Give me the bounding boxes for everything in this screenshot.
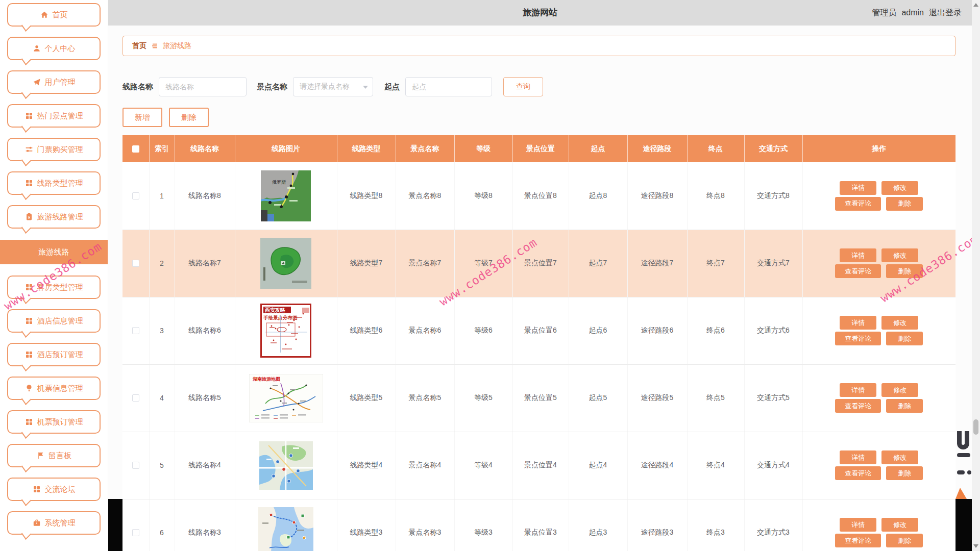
- route-image[interactable]: 湖南旅游地图: [249, 374, 323, 422]
- cell-via: 途径路段8: [627, 162, 687, 230]
- column-header: 操作: [802, 135, 955, 162]
- edit-button[interactable]: 修改: [881, 316, 918, 330]
- row-checkbox[interactable]: [132, 529, 139, 536]
- sidebar-item-flight-info[interactable]: 机票信息管理: [7, 377, 101, 400]
- row-checkbox[interactable]: [132, 462, 139, 469]
- sidebar-item-travel-route-management[interactable]: 旅游线路管理: [7, 205, 101, 229]
- route-image[interactable]: [259, 441, 313, 490]
- edit-button[interactable]: 修改: [881, 181, 918, 195]
- cell-index: 1: [149, 162, 175, 230]
- row-checkbox[interactable]: [132, 394, 139, 402]
- cell-route-name: 线路名称6: [175, 297, 235, 364]
- sidebar-item-forum[interactable]: 交流论坛: [7, 478, 101, 501]
- cell-route-type: 线路类型7: [337, 230, 396, 297]
- detail-button[interactable]: 详情: [840, 316, 876, 330]
- breadcrumb-current: 旅游线路: [163, 41, 191, 51]
- breadcrumb-home[interactable]: 首页: [132, 41, 146, 51]
- cell-route-type: 线路类型5: [337, 364, 396, 432]
- comments-button[interactable]: 查看评论: [835, 332, 881, 345]
- delete-row-button[interactable]: 删除: [886, 332, 923, 345]
- comments-button[interactable]: 查看评论: [835, 197, 881, 211]
- cell-spot-location: 景点位置6: [512, 297, 569, 364]
- cell-end: 终点4: [687, 432, 744, 499]
- delete-row-button[interactable]: 删除: [886, 197, 923, 211]
- select-all-checkbox[interactable]: [132, 145, 139, 153]
- sidebar-item-label: 留言板: [48, 451, 71, 461]
- detail-button[interactable]: 详情: [840, 450, 876, 464]
- row-checkbox[interactable]: [132, 327, 139, 334]
- column-header: 景点位置: [512, 135, 569, 162]
- clipped-dark-banner-right: [955, 499, 972, 551]
- sidebar-item-user-management[interactable]: 用户管理: [7, 70, 101, 94]
- start-input[interactable]: [405, 77, 492, 96]
- delete-row-button[interactable]: 删除: [886, 399, 923, 413]
- clipped-graphic-right: [955, 408, 972, 551]
- sidebar-item-system-management[interactable]: 系统管理: [7, 511, 101, 535]
- delete-row-button[interactable]: 删除: [886, 466, 923, 480]
- send-icon: [33, 78, 41, 86]
- sidebar-item-message-board[interactable]: 留言板: [7, 444, 101, 467]
- comments-button[interactable]: 查看评论: [835, 534, 881, 547]
- cell-spot-location: 景点位置7: [512, 230, 569, 297]
- row-checkbox[interactable]: [132, 192, 139, 199]
- sidebar-item-flight-booking[interactable]: 机票预订管理: [7, 410, 101, 434]
- cell-start: 起点3: [569, 499, 627, 551]
- delete-row-button[interactable]: 删除: [886, 264, 923, 278]
- comments-button[interactable]: 查看评论: [835, 264, 881, 278]
- logout-link[interactable]: 退出登录: [929, 0, 962, 26]
- detail-button[interactable]: 详情: [840, 181, 876, 195]
- cell-route-name: 线路名称5: [175, 364, 235, 432]
- route-name-input[interactable]: [159, 77, 247, 96]
- sidebar-item-label: 机票预订管理: [37, 417, 83, 427]
- cell-transport: 交通方式3: [744, 499, 802, 551]
- vertical-scrollbar[interactable]: [972, 0, 980, 551]
- cell-grade: 等级8: [454, 162, 512, 230]
- comments-button[interactable]: 查看评论: [835, 399, 881, 413]
- detail-button[interactable]: 详情: [840, 518, 876, 532]
- cell-transport: 交通方式5: [744, 364, 802, 432]
- table-row: 5 线路名称4: [122, 432, 955, 499]
- sidebar-item-hotel-info[interactable]: 酒店信息管理: [7, 309, 101, 333]
- search-button[interactable]: 查询: [503, 77, 543, 96]
- sliders-icon: [25, 145, 33, 154]
- cell-grade: 等级7: [454, 230, 512, 297]
- sidebar-item-hotel-booking[interactable]: 酒店预订管理: [7, 343, 101, 366]
- detail-button[interactable]: 详情: [840, 248, 876, 262]
- topbar: 旅游网站 管理员 admin 退出登录: [108, 0, 972, 26]
- sidebar-item-hot-spots[interactable]: 热门景点管理: [7, 104, 101, 128]
- sidebar-item-home[interactable]: 首页: [7, 3, 101, 27]
- sidebar-item-label: 交流论坛: [45, 485, 76, 494]
- cell-index: 3: [149, 297, 175, 364]
- column-header: 等级: [454, 135, 512, 162]
- route-image[interactable]: [258, 507, 313, 551]
- flag-icon: [36, 452, 44, 460]
- route-image[interactable]: [260, 238, 311, 289]
- sidebar-item-label: 热门景点管理: [37, 111, 83, 121]
- cell-index: 6: [149, 499, 175, 551]
- cell-transport: 交通方式6: [744, 297, 802, 364]
- breadcrumb-separator-icon: [151, 42, 158, 49]
- sidebar-item-ticket-purchase[interactable]: 门票购买管理: [7, 138, 101, 161]
- sidebar-item-room-type[interactable]: 客房类型管理: [7, 276, 101, 299]
- spot-name-select[interactable]: 请选择景点名称: [293, 77, 373, 96]
- sidebar-item-travel-route-active[interactable]: 旅游线路: [0, 240, 108, 264]
- route-image[interactable]: 西安攻略 手绘景点分布图: [260, 304, 311, 358]
- row-checkbox[interactable]: [132, 260, 139, 267]
- scrollbar-up-arrow-icon[interactable]: [973, 3, 978, 7]
- edit-button[interactable]: 修改: [881, 518, 918, 532]
- sidebar-item-route-type[interactable]: 线路类型管理: [7, 171, 101, 195]
- comments-button[interactable]: 查看评论: [835, 466, 881, 480]
- edit-button[interactable]: 修改: [881, 383, 918, 397]
- add-button[interactable]: 新增: [122, 108, 162, 127]
- route-image[interactable]: 俄罗斯: [261, 170, 311, 221]
- edit-button[interactable]: 修改: [881, 450, 918, 464]
- detail-button[interactable]: 详情: [840, 383, 876, 397]
- table-header-row: 索引 线路名称 线路图片 线路类型 景点名称 等级 景点位置 起点 途径路段 终…: [122, 135, 955, 162]
- sidebar-item-personal-center[interactable]: 个人中心: [7, 37, 101, 60]
- scrollbar-thumb[interactable]: [973, 419, 978, 435]
- delete-row-button[interactable]: 删除: [886, 534, 923, 547]
- delete-button[interactable]: 删除: [169, 108, 209, 127]
- svg-text:湖南旅游地图: 湖南旅游地图: [252, 377, 280, 382]
- scrollbar-down-arrow-icon[interactable]: [973, 544, 978, 548]
- edit-button[interactable]: 修改: [881, 248, 918, 262]
